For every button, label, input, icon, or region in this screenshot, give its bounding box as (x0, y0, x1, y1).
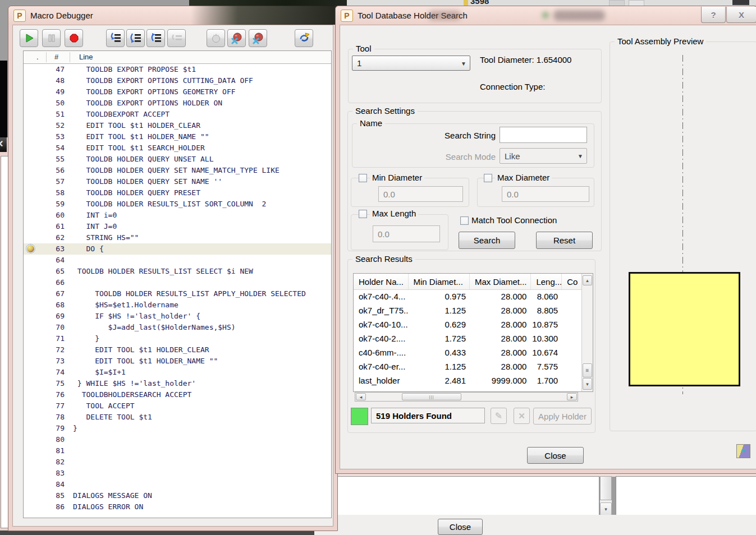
code-row[interactable]: 58 TOOLDB HOLDER QUERY PRESET (24, 187, 331, 199)
breakpoint-gutter[interactable] (24, 288, 40, 299)
scroll-right-icon[interactable]: ▸ (567, 393, 577, 400)
tool-select[interactable]: 1 ▼ (352, 56, 470, 71)
min-diameter-input[interactable]: 0.0 (378, 186, 463, 202)
help-button[interactable]: ? (701, 7, 726, 23)
breakpoint-gutter[interactable] (24, 232, 40, 243)
dialog-titlebar[interactable]: P Tool Database Holder Search (336, 6, 756, 25)
code-row[interactable]: 53 EDIT TOOL $t1 HOLDER_NAME "" (24, 131, 331, 142)
search-string-input[interactable] (500, 127, 587, 143)
breakpoint-gutter[interactable] (24, 468, 40, 479)
breakpoint-gutter[interactable] (24, 109, 40, 120)
remove-all-breakpoints-button[interactable] (249, 29, 267, 47)
code-row[interactable]: 81 (24, 445, 331, 456)
breakpoint-gutter[interactable] (24, 98, 40, 109)
results-column-header[interactable]: Leng... (531, 274, 562, 289)
search-mode-select[interactable]: Like ▼ (500, 148, 587, 164)
breakpoint-gutter[interactable] (24, 176, 40, 187)
max-diameter-input[interactable]: 0.0 (502, 186, 589, 202)
results-column-header[interactable]: Holder Na... (354, 274, 409, 289)
breakpoint-gutter[interactable] (24, 378, 40, 389)
breakpoint-gutter[interactable] (24, 266, 40, 277)
code-row[interactable]: 47 TOOLDB EXPORT PROPOSE $t1 (24, 64, 331, 75)
code-row[interactable]: 63 DO { (24, 243, 331, 255)
code-row[interactable]: 85DIALOGS MESSAGE ON (24, 490, 331, 501)
breakpoint-gutter[interactable] (24, 501, 40, 513)
reset-button[interactable]: Reset (536, 232, 593, 249)
breakpoint-gutter[interactable] (24, 456, 40, 468)
code-row[interactable]: 57 TOOLDB HOLDER QUERY SET NAME '' (24, 176, 331, 187)
code-row[interactable]: 65 TOOLDB HOLDER RESULTS_LIST SELECT $i … (24, 266, 331, 277)
macro-record-button[interactable] (295, 29, 313, 47)
breakpoint-gutter[interactable] (24, 210, 40, 221)
breakpoint-gutter[interactable] (24, 490, 40, 501)
scrollbar-thumb[interactable]: ≡ (583, 363, 592, 377)
breakpoint-gutter[interactable] (24, 344, 40, 356)
code-row[interactable]: 68 $HS=$et1.Holdername (24, 299, 331, 311)
code-row[interactable]: 86DIALOGS ERROR ON (24, 501, 331, 513)
breakpoint-gutter[interactable] (24, 75, 40, 86)
breakpoint-gutter[interactable] (24, 154, 40, 165)
breakpoint-gutter[interactable] (24, 142, 40, 154)
code-row[interactable]: 54 EDIT TOOL $t1 SEARCH_HOLDER (24, 142, 331, 154)
scroll-down-icon[interactable]: ▾ (583, 378, 592, 390)
apply-holder-button[interactable]: Apply Holder (533, 408, 592, 425)
result-row[interactable]: ok7-c40-2....1.72528.00010.300 (354, 331, 582, 345)
breakpoint-gutter[interactable] (24, 400, 40, 412)
step-into-button[interactable] (106, 29, 125, 47)
code-row[interactable]: 78 DELETE TOOL $t1 (24, 412, 331, 423)
edit-holder-button[interactable]: ✎ (491, 408, 507, 424)
results-column-header[interactable]: Max Diamet... (470, 274, 531, 289)
result-row[interactable]: last_holder2.4819999.0001.700 (354, 373, 582, 388)
code-row[interactable]: 73 EDIT TOOL $t1 HOLDER_NAME "" (24, 356, 331, 367)
max-diameter-checkbox[interactable] (484, 174, 492, 182)
breakpoint-gutter[interactable] (24, 131, 40, 142)
breakpoint-disabled-button[interactable] (207, 29, 225, 47)
code-row[interactable]: 66 (24, 277, 331, 288)
code-row[interactable]: 84 (24, 479, 331, 490)
step-out-button[interactable] (146, 29, 165, 47)
breakpoint-gutter[interactable] (24, 479, 40, 490)
results-horizontal-scrollbar[interactable]: ◂ ▸ ||| (355, 392, 578, 402)
code-row[interactable]: 69 IF $HS !='last_holder' { (24, 311, 331, 322)
code-row[interactable]: 77 TOOL ACCEPT (24, 400, 331, 412)
breakpoint-gutter[interactable] (24, 86, 40, 98)
search-button[interactable]: Search (459, 232, 515, 249)
parent-close-button[interactable]: Close (438, 519, 483, 535)
results-column-header[interactable]: Co (562, 274, 582, 289)
scroll-up-icon[interactable]: ▴ (583, 275, 592, 285)
code-row[interactable]: 64 (24, 255, 331, 266)
breakpoint-gutter[interactable] (24, 187, 40, 199)
macro-debugger-titlebar[interactable]: P Macro Debugger (8, 6, 337, 25)
code-row[interactable]: 49 TOOLDB EXPORT OPTIONS GEOMETRY OFF (24, 86, 331, 98)
code-row[interactable]: 60 INT i=0 (24, 210, 331, 221)
breakpoint-gutter[interactable] (24, 434, 40, 445)
code-row[interactable]: 48 TOOLDB EXPORT OPTIONS CUTTING_DATA OF… (24, 75, 331, 86)
breakpoint-gutter[interactable] (24, 356, 40, 367)
breakpoint-gutter[interactable] (24, 333, 40, 344)
breakpoint-gutter[interactable] (24, 299, 40, 311)
pause-macro-button[interactable] (42, 29, 61, 47)
breakpoint-gutter[interactable] (24, 367, 40, 378)
step-disabled-button[interactable] (167, 29, 186, 47)
max-length-checkbox[interactable] (359, 210, 367, 218)
scroll-left-icon[interactable]: ◂ (356, 393, 366, 400)
code-row[interactable]: 76 TOOLDBHOLDERSEARCH ACCEPT (24, 389, 331, 400)
breakpoint-gutter[interactable] (24, 412, 40, 423)
delete-holder-button[interactable]: ✕ (514, 408, 530, 424)
code-row[interactable]: 82 (24, 456, 331, 468)
code-row[interactable]: 50 TOOLDB EXPORT OPTIONS HOLDER ON (24, 98, 331, 109)
max-length-input[interactable]: 0.0 (373, 225, 440, 242)
result-row[interactable]: c40-6mm-....0.43328.00010.674 (354, 345, 582, 359)
breakpoint-gutter[interactable] (24, 311, 40, 322)
results-column-header[interactable]: Min Diamet... (409, 274, 470, 289)
breakpoint-gutter[interactable] (24, 221, 40, 232)
dialog-close-button[interactable]: Close (527, 447, 584, 464)
code-row[interactable]: 61 INT J=0 (24, 221, 331, 232)
breakpoint-gutter[interactable] (24, 322, 40, 333)
step-over-button[interactable] (126, 29, 145, 47)
code-row[interactable]: 75 } WHILE $HS !='last_holder' (24, 378, 331, 389)
result-row[interactable]: ok7-c40-.4...0.97528.0008.060 (354, 289, 582, 303)
breakpoint-gutter[interactable] (24, 423, 40, 434)
run-macro-button[interactable] (20, 29, 38, 47)
code-row[interactable]: 62 STRING HS="" (24, 232, 331, 243)
